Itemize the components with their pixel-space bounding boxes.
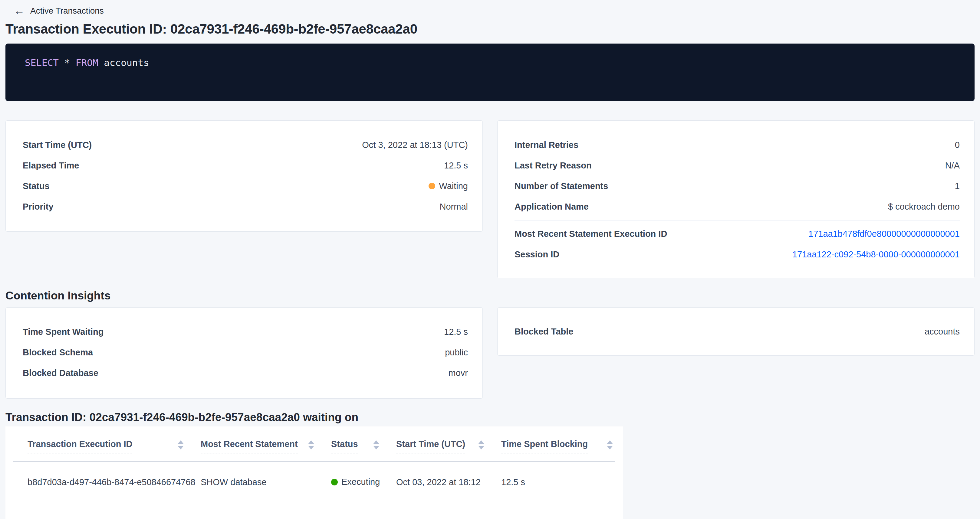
column-header-label[interactable]: Most Recent Statement: [200, 439, 298, 453]
column-header-status[interactable]: Status: [317, 427, 382, 462]
status-badge: Executing: [331, 477, 380, 487]
contention-card-left: Time Spent Waiting 12.5 s Blocked Schema…: [5, 307, 483, 398]
sql-plain: accounts: [99, 57, 149, 68]
info-row-internal-retries: Internal Retries 0: [514, 135, 960, 155]
waiting-on-table: Transaction Execution ID Most Recent Sta…: [13, 427, 615, 503]
sort-icon[interactable]: [308, 440, 314, 449]
sort-icon[interactable]: [478, 440, 484, 449]
info-row-statement-execution-id: Most Recent Statement Execution ID 171aa…: [514, 224, 960, 244]
sql-plain: *: [59, 57, 76, 68]
info-label: Session ID: [514, 249, 559, 259]
status-dot-waiting-icon: [429, 183, 435, 189]
info-label: Most Recent Statement Execution ID: [514, 229, 667, 239]
contention-card-right: Blocked Table accounts: [497, 307, 975, 356]
info-row-number-of-statements: Number of Statements 1: [514, 176, 960, 196]
sort-icon[interactable]: [373, 440, 379, 449]
column-header-label[interactable]: Status: [331, 439, 358, 453]
status-dot-executing-icon: [331, 479, 338, 486]
info-label: Blocked Table: [514, 327, 573, 336]
info-value: 12.5 s: [444, 327, 468, 337]
info-label: Elapsed Time: [23, 160, 79, 171]
sql-keyword: FROM: [76, 57, 99, 68]
cell-transaction-execution-id: b8d7d03a-d497-446b-8474-e50846674768: [13, 462, 186, 503]
info-label: Application Name: [514, 202, 589, 212]
info-label: Blocked Schema: [23, 348, 93, 357]
info-value: N/A: [945, 160, 960, 171]
info-row-priority: Priority Normal: [23, 196, 468, 217]
cell-most-recent-statement: SHOW database: [186, 462, 317, 503]
info-value: Oct 3, 2022 at 18:13 (UTC): [362, 140, 468, 150]
column-header-transaction-execution-id[interactable]: Transaction Execution ID: [13, 427, 186, 462]
info-row-blocked-table: Blocked Table accounts: [514, 321, 960, 342]
status-badge: Waiting: [429, 181, 468, 191]
info-row-blocked-schema: Blocked Schema public: [23, 342, 468, 363]
table-header-row: Transaction Execution ID Most Recent Sta…: [13, 427, 615, 462]
contention-cards-row: Time Spent Waiting 12.5 s Blocked Schema…: [5, 307, 975, 398]
page-title: Transaction Execution ID: 02ca7931-f246-…: [5, 21, 975, 37]
contention-insights-heading: Contention Insights: [5, 289, 975, 302]
statement-execution-id-link[interactable]: 171aa1b478fdf0e80000000000000001: [808, 229, 960, 239]
info-value: accounts: [924, 327, 960, 336]
info-value: 1: [955, 181, 960, 191]
info-label: Number of Statements: [514, 181, 608, 191]
status-text: Waiting: [439, 181, 468, 191]
back-arrow-icon: ←: [14, 5, 25, 16]
info-value: movr: [449, 368, 468, 378]
transaction-details-page: ← Active Transactions Transaction Execut…: [0, 0, 980, 519]
back-navigation[interactable]: ← Active Transactions: [5, 0, 975, 17]
info-row-session-id: Session ID 171aa122-c092-54b8-0000-00000…: [514, 244, 960, 265]
overview-cards-row: Start Time (UTC) Oct 3, 2022 at 18:13 (U…: [5, 121, 975, 278]
info-label: Start Time (UTC): [23, 140, 92, 150]
overview-card-left: Start Time (UTC) Oct 3, 2022 at 18:13 (U…: [5, 121, 483, 232]
table-row: b8d7d03a-d497-446b-8474-e50846674768 SHO…: [13, 462, 615, 503]
info-value: Normal: [440, 202, 468, 212]
card-divider: [514, 220, 960, 221]
info-label: Time Spent Waiting: [23, 327, 103, 337]
info-value: $ cockroach demo: [888, 202, 960, 212]
cell-time-spent-blocking: 12.5 s: [487, 462, 615, 503]
waiting-on-heading: Transaction ID: 02ca7931-f246-469b-b2fe-…: [5, 411, 975, 424]
column-header-most-recent-statement[interactable]: Most Recent Statement: [186, 427, 317, 462]
sort-icon[interactable]: [607, 440, 613, 449]
info-row-status: Status Waiting: [23, 176, 468, 196]
info-row-start-time: Start Time (UTC) Oct 3, 2022 at 18:13 (U…: [23, 135, 468, 155]
cell-status: Executing: [317, 462, 382, 503]
info-label: Status: [23, 181, 49, 191]
column-header-time-spent-blocking[interactable]: Time Spent Blocking: [487, 427, 615, 462]
info-label: Internal Retries: [514, 140, 578, 150]
sql-statement-text: SELECT * FROM accounts: [25, 57, 963, 68]
info-row-elapsed-time: Elapsed Time 12.5 s: [23, 155, 468, 176]
info-label: Priority: [23, 202, 54, 212]
column-header-label[interactable]: Transaction Execution ID: [27, 439, 132, 453]
info-row-last-retry-reason: Last Retry Reason N/A: [514, 155, 960, 176]
session-id-link[interactable]: 171aa122-c092-54b8-0000-000000000001: [792, 249, 960, 259]
info-value: public: [445, 348, 468, 357]
column-header-start-time[interactable]: Start Time (UTC): [382, 427, 487, 462]
column-header-label[interactable]: Start Time (UTC): [396, 439, 465, 453]
sort-icon[interactable]: [178, 440, 184, 449]
status-text: Executing: [341, 477, 380, 487]
info-row-time-spent-waiting: Time Spent Waiting 12.5 s: [23, 322, 468, 342]
cell-start-time: Oct 03, 2022 at 18:12: [382, 462, 487, 503]
info-value: 12.5 s: [444, 160, 468, 171]
overview-card-right: Internal Retries 0 Last Retry Reason N/A…: [497, 121, 975, 278]
sql-keyword: SELECT: [25, 57, 59, 68]
info-value: 0: [955, 140, 960, 150]
back-link-label[interactable]: Active Transactions: [30, 6, 104, 16]
waiting-on-table-panel: Transaction Execution ID Most Recent Sta…: [5, 427, 623, 519]
info-row-blocked-database: Blocked Database movr: [23, 363, 468, 383]
info-label: Blocked Database: [23, 368, 99, 378]
info-label: Last Retry Reason: [514, 160, 592, 171]
info-row-application-name: Application Name $ cockroach demo: [514, 196, 960, 217]
column-header-label[interactable]: Time Spent Blocking: [501, 439, 588, 453]
sql-statement-box: SELECT * FROM accounts: [5, 44, 975, 101]
